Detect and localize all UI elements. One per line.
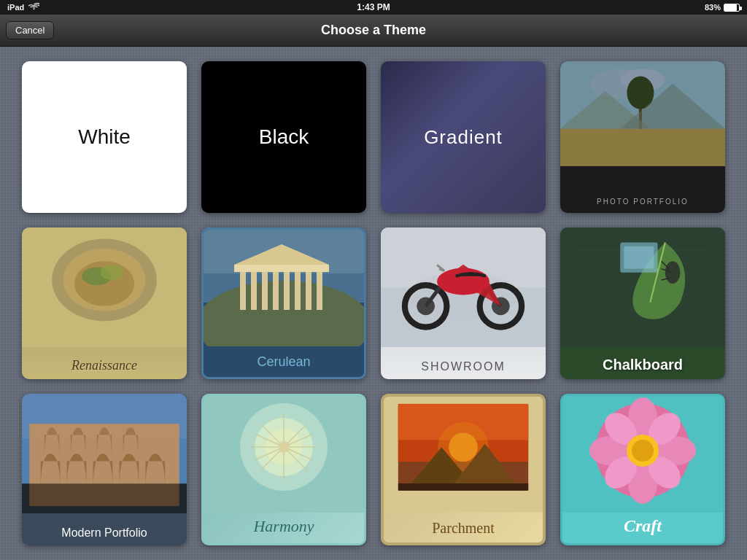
svg-point-38 — [665, 261, 681, 284]
status-bar: iPad 1:43 PM 83% — [0, 0, 747, 15]
harmony-scene — [204, 396, 364, 513]
theme-gradient[interactable]: Gradient — [381, 61, 546, 213]
svg-rect-3 — [560, 128, 725, 166]
theme-white-label: White — [78, 125, 131, 149]
theme-black-label: Black — [259, 125, 309, 149]
theme-craft[interactable]: Craft — [560, 394, 725, 545]
theme-craft-label: Craft — [624, 516, 662, 536]
theme-modern-portfolio-label: Modern Portfolio — [61, 526, 147, 540]
theme-cerulean-label: Cerulean — [257, 354, 310, 370]
svg-rect-22 — [284, 270, 290, 310]
theme-white[interactable]: White — [22, 61, 187, 213]
theme-modern-portfolio[interactable]: Modern Portfolio — [22, 394, 187, 545]
nav-bar: Cancel Choose a Theme — [0, 15, 747, 47]
svg-rect-20 — [262, 270, 268, 310]
theme-photo-portfolio[interactable]: PHOTO PORTFOLIO — [560, 61, 725, 213]
theme-black[interactable]: Black — [201, 61, 366, 213]
theme-parchment-label: Parchment — [432, 520, 495, 537]
photo-portfolio-scene — [560, 61, 725, 166]
page-title: Choose a Theme — [321, 23, 426, 38]
svg-point-64 — [278, 441, 290, 453]
svg-rect-19 — [251, 270, 257, 310]
status-time: 1:43 PM — [357, 2, 390, 12]
battery-fill — [724, 4, 737, 11]
theme-cerulean[interactable]: Cerulean — [201, 228, 366, 379]
showroom-scene — [381, 228, 546, 347]
theme-harmony[interactable]: Harmony — [201, 394, 366, 545]
battery-percent: 83% — [705, 3, 721, 12]
svg-rect-21 — [273, 270, 279, 310]
svg-rect-18 — [240, 270, 246, 310]
chalkboard-scene — [560, 228, 725, 347]
svg-rect-23 — [295, 270, 301, 310]
renaissance-scene — [22, 228, 187, 347]
theme-chalkboard-label: Chalkboard — [603, 357, 683, 373]
theme-parchment[interactable]: Parchment — [381, 394, 546, 545]
theme-harmony-label: Harmony — [253, 517, 314, 536]
theme-grid: White Black Gradient PHOTO PORTFOLIO — [0, 47, 747, 560]
theme-renaissance-label: Renaissance — [71, 358, 137, 373]
svg-rect-26 — [234, 265, 329, 272]
craft-scene — [562, 396, 723, 513]
wifi-icon — [28, 3, 39, 12]
theme-photo-portfolio-label: PHOTO PORTFOLIO — [597, 198, 689, 206]
svg-point-35 — [437, 268, 489, 295]
svg-rect-73 — [398, 483, 528, 491]
svg-rect-47 — [22, 483, 187, 513]
theme-renaissance[interactable]: Renaissance — [22, 228, 187, 379]
theme-showroom[interactable]: SHOWROOM — [381, 228, 546, 379]
status-right: 83% — [705, 3, 740, 12]
svg-point-85 — [632, 440, 654, 462]
cerulean-scene — [204, 230, 364, 346]
svg-rect-25 — [317, 270, 322, 310]
cancel-button[interactable]: Cancel — [6, 21, 54, 39]
theme-gradient-label: Gradient — [424, 126, 503, 149]
status-left: iPad — [7, 3, 39, 12]
parchment-scene — [384, 397, 543, 513]
carrier-label: iPad — [7, 3, 24, 12]
svg-point-14 — [101, 265, 123, 280]
theme-chalkboard[interactable]: Chalkboard — [560, 228, 725, 379]
svg-rect-43 — [624, 246, 654, 269]
theme-showroom-label: SHOWROOM — [421, 360, 506, 373]
modern-portfolio-scene — [22, 394, 187, 513]
svg-rect-24 — [306, 270, 311, 310]
battery-icon — [724, 4, 740, 12]
